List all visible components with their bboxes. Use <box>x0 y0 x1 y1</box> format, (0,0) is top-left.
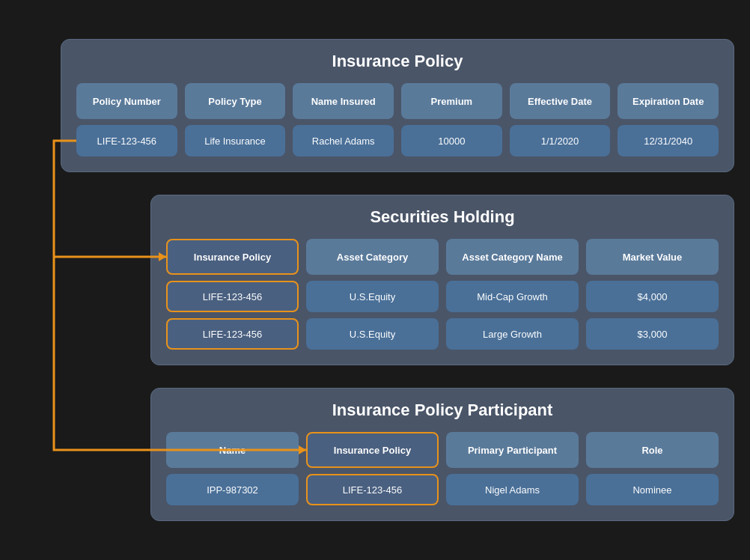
insurance-policy-title: Insurance Policy <box>76 52 719 71</box>
column-header: Name <box>166 432 299 468</box>
column-header: Role <box>586 432 719 468</box>
column-group: Name InsuredRachel Adams <box>293 83 394 156</box>
column-group: Insurance PolicyLIFE-123-456 <box>306 432 439 505</box>
participant-columns: NameIPP-987302Insurance PolicyLIFE-123-4… <box>166 432 719 505</box>
column-group: Primary ParticipantNigel Adams <box>446 432 579 505</box>
column-cell: 10000 <box>401 125 502 156</box>
participant-entity: Insurance Policy Participant NameIPP-987… <box>150 388 734 521</box>
column-cell: LIFE-123-456 <box>76 125 177 156</box>
column-group: Premium10000 <box>401 83 502 156</box>
column-header: Insurance Policy <box>306 432 439 468</box>
column-group: Asset CategoryU.S.EquityU.S.Equity <box>306 239 439 350</box>
column-cell: Mid-Cap Growth <box>446 281 579 312</box>
column-group: Market Value$4,000$3,000 <box>586 239 719 350</box>
column-cell: $3,000 <box>586 318 719 350</box>
securities-holding-title: Securities Holding <box>166 207 719 227</box>
column-header: Name Insured <box>293 83 394 119</box>
diagram-container: Insurance Policy Policy NumberLIFE-123-4… <box>16 39 734 521</box>
column-group: Asset Category NameMid-Cap GrowthLarge G… <box>446 239 579 350</box>
column-header: Policy Type <box>185 83 286 119</box>
column-group: RoleNominee <box>586 432 719 505</box>
column-header: Policy Number <box>76 83 177 119</box>
column-group: Effective Date1/1/2020 <box>510 83 611 156</box>
column-cell: Large Growth <box>446 318 579 350</box>
column-cell: LIFE-123-456 <box>166 281 299 312</box>
column-cell: IPP-987302 <box>166 474 299 505</box>
column-header: Market Value <box>586 239 719 275</box>
column-cell: U.S.Equity <box>306 281 439 312</box>
column-header: Asset Category Name <box>446 239 579 275</box>
column-cell: 1/1/2020 <box>510 125 611 156</box>
column-header: Premium <box>401 83 502 119</box>
column-group: Policy TypeLife Insurance <box>185 83 286 156</box>
insurance-policy-entity: Insurance Policy Policy NumberLIFE-123-4… <box>61 39 734 172</box>
column-cell: LIFE-123-456 <box>166 318 299 350</box>
column-group: Insurance PolicyLIFE-123-456LIFE-123-456 <box>166 239 299 350</box>
column-cell: U.S.Equity <box>306 318 439 350</box>
column-header: Effective Date <box>510 83 611 119</box>
securities-holding-columns: Insurance PolicyLIFE-123-456LIFE-123-456… <box>166 239 719 350</box>
column-header: Insurance Policy <box>166 239 299 275</box>
column-cell: $4,000 <box>586 281 719 312</box>
column-header: Primary Participant <box>446 432 579 468</box>
column-group: Policy NumberLIFE-123-456 <box>76 83 177 156</box>
column-group: Expiration Date12/31/2040 <box>618 83 719 156</box>
column-cell: LIFE-123-456 <box>306 474 439 505</box>
column-cell: Life Insurance <box>185 125 286 156</box>
column-group: NameIPP-987302 <box>166 432 299 505</box>
column-cell: 12/31/2040 <box>618 125 719 156</box>
column-header: Asset Category <box>306 239 439 275</box>
participant-title: Insurance Policy Participant <box>166 401 719 420</box>
column-header: Expiration Date <box>618 83 719 119</box>
insurance-policy-columns: Policy NumberLIFE-123-456Policy TypeLife… <box>76 83 719 156</box>
column-cell: Nominee <box>586 474 719 505</box>
column-cell: Nigel Adams <box>446 474 579 505</box>
column-cell: Rachel Adams <box>293 125 394 156</box>
securities-holding-entity: Securities Holding Insurance PolicyLIFE-… <box>150 195 734 365</box>
